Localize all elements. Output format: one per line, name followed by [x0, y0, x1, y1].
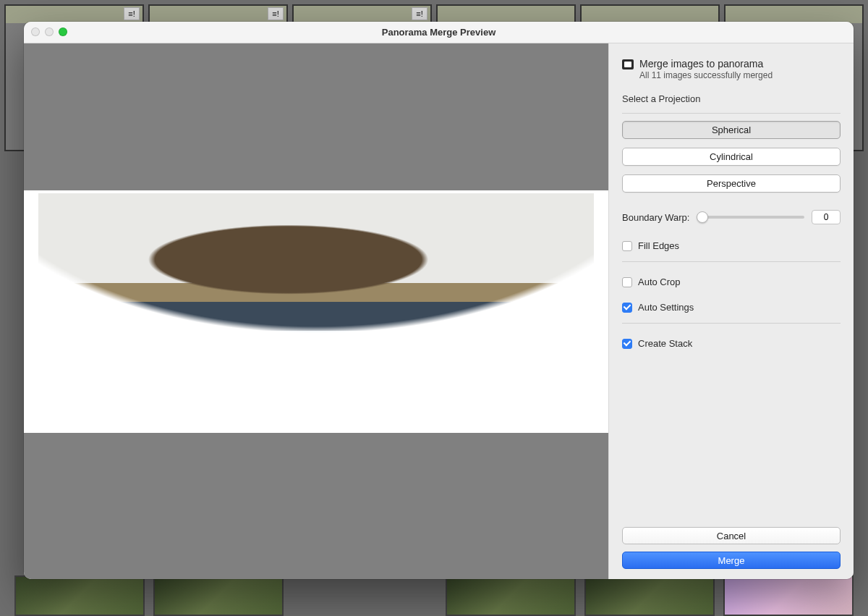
projection-cylindrical-button[interactable]: Cylindrical	[622, 148, 841, 166]
merge-title: Merge images to panorama	[639, 58, 773, 69]
fill-edges-checkbox[interactable]	[622, 241, 632, 251]
flag-icon: ≡!	[412, 7, 427, 20]
cancel-button[interactable]: Cancel	[622, 527, 841, 544]
panorama-icon	[622, 59, 634, 69]
thumbnail[interactable]: ★	[446, 575, 576, 616]
thumbnail[interactable]	[153, 575, 284, 616]
titlebar[interactable]: Panorama Merge Preview	[24, 22, 854, 43]
divider	[622, 113, 841, 114]
auto-settings-checkbox[interactable]	[622, 303, 632, 313]
zoom-window-button[interactable]	[59, 28, 67, 36]
flag-icon: ≡!	[124, 7, 140, 20]
projection-spherical-button[interactable]: Spherical	[622, 121, 841, 139]
flag-icon: ≡!	[268, 7, 284, 20]
auto-settings-label: Auto Settings	[638, 302, 694, 313]
close-window-button[interactable]	[31, 28, 40, 36]
minimize-window-button[interactable]	[45, 28, 54, 36]
boundary-warp-label: Boundary Warp:	[622, 212, 689, 223]
thumbnail[interactable]	[723, 575, 854, 616]
divider	[622, 261, 841, 262]
settings-sidebar: Merge images to panorama All 11 images s…	[608, 43, 854, 579]
projection-perspective-button[interactable]: Perspective	[622, 174, 841, 193]
divider	[622, 323, 841, 324]
projection-label: Select a Projection	[622, 93, 841, 104]
boundary-warp-slider[interactable]	[697, 216, 804, 219]
boundary-warp-input[interactable]	[812, 210, 841, 224]
thumbnail[interactable]: ★★★	[584, 575, 715, 616]
merge-status: All 11 images successfully merged	[639, 70, 773, 80]
window-title: Panorama Merge Preview	[382, 27, 496, 38]
auto-crop-label: Auto Crop	[638, 277, 681, 287]
create-stack-label: Create Stack	[638, 338, 692, 349]
thumbnail[interactable]	[14, 575, 145, 616]
create-stack-checkbox[interactable]	[622, 339, 632, 349]
fill-edges-label: Fill Edges	[638, 240, 679, 251]
preview-pane[interactable]	[24, 43, 608, 579]
auto-crop-checkbox[interactable]	[622, 277, 632, 287]
merge-button[interactable]: Merge	[622, 552, 841, 569]
panorama-image	[38, 193, 594, 430]
slider-thumb[interactable]	[697, 211, 708, 223]
panorama-canvas	[24, 190, 608, 433]
panorama-merge-dialog: Panorama Merge Preview Merge images to p…	[24, 22, 854, 579]
